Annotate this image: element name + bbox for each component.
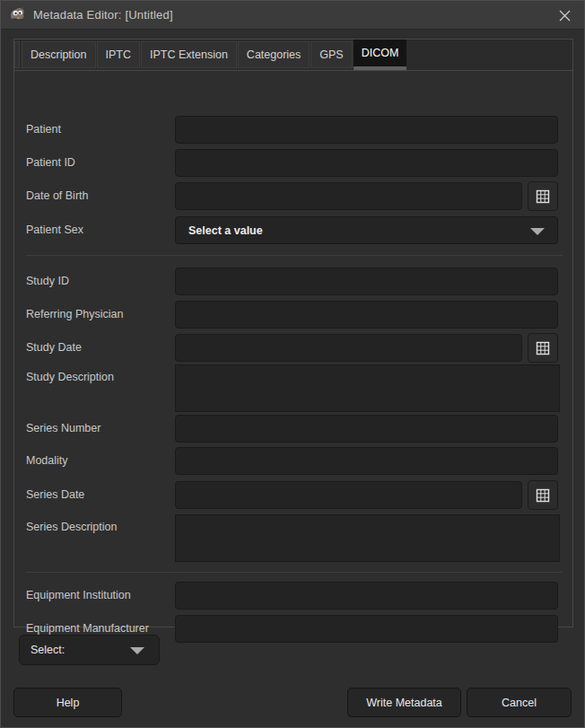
tab-label: Categories [247, 48, 301, 61]
tab-bar: Description IPTC IPTC Extension Categori… [14, 39, 572, 71]
study-date-input[interactable] [175, 334, 522, 362]
close-button[interactable] [545, 1, 584, 30]
series-date-calendar-button[interactable] [528, 480, 558, 510]
field-label: Modality [26, 447, 171, 475]
patient-sex-value: Select a value [188, 224, 263, 237]
referring-physician-input[interactable] [175, 301, 558, 329]
tab-label: DICOM [362, 47, 399, 59]
dicom-form: Patient Patient ID Date of Birth Patie [14, 71, 572, 627]
calendar-grid-icon [536, 341, 550, 355]
titlebar: Metadata Editor: [Untitled] [1, 1, 584, 30]
window-title: Metadata Editor: [Untitled] [33, 8, 173, 22]
date-of-birth-input[interactable] [175, 182, 522, 210]
modality-input[interactable] [175, 447, 558, 475]
tab-label: IPTC Extension [150, 48, 228, 61]
field-label: Referring Physician [26, 301, 171, 329]
chevron-down-icon [130, 647, 144, 654]
write-metadata-button[interactable]: Write Metadata [347, 688, 461, 717]
field-label: Series Number [26, 415, 171, 443]
field-label: Series Description [26, 514, 171, 535]
field-label: Date of Birth [26, 182, 171, 210]
close-icon [559, 10, 571, 22]
cancel-button[interactable]: Cancel [467, 688, 572, 717]
equipment-institution-input[interactable] [175, 582, 558, 610]
patient-sex-select[interactable]: Select a value [175, 216, 558, 244]
calendar-grid-icon [536, 189, 550, 204]
tab-label: IPTC [106, 48, 131, 61]
study-date-calendar-button[interactable] [528, 333, 558, 363]
metadata-editor-dialog: Metadata Editor: [Untitled] Description … [0, 0, 585, 728]
field-label: Patient [26, 116, 171, 144]
metadata-notebook: Description IPTC IPTC Extension Categori… [13, 39, 573, 627]
calendar-grid-icon [536, 488, 550, 503]
cancel-button-label: Cancel [502, 697, 537, 709]
study-id-input[interactable] [175, 268, 558, 295]
field-label: Patient ID [26, 149, 171, 177]
tab-categories[interactable]: Categories [238, 41, 310, 68]
field-label: Study ID [26, 268, 171, 295]
gimp-wilber-icon [9, 7, 26, 22]
select-dropdown[interactable]: Select: [19, 635, 160, 665]
field-label: Equipment Institution [26, 582, 171, 610]
field-label: Patient Sex [26, 216, 171, 244]
tab-description[interactable]: Description [22, 41, 96, 68]
section-separator [26, 572, 563, 573]
tab-label: Description [31, 48, 87, 61]
help-button[interactable]: Help [13, 688, 122, 717]
tab-iptc[interactable]: IPTC [97, 41, 140, 68]
field-label: Series Date [26, 481, 171, 509]
equipment-manufacturer-input[interactable] [175, 615, 558, 643]
select-dropdown-label: Select: [31, 644, 65, 656]
write-metadata-button-label: Write Metadata [366, 697, 442, 709]
section-separator [26, 255, 563, 256]
series-date-input[interactable] [175, 481, 522, 509]
tab-gps[interactable]: GPS [310, 41, 352, 68]
patient-id-input[interactable] [175, 149, 558, 177]
field-label: Study Description [26, 364, 171, 385]
tab-dicom[interactable]: DICOM [354, 39, 407, 70]
series-description-textarea[interactable] [175, 514, 560, 562]
study-description-textarea[interactable] [175, 364, 560, 412]
tab-notch [14, 41, 20, 68]
series-number-input[interactable] [175, 415, 558, 443]
tab-iptc-extension[interactable]: IPTC Extension [141, 41, 237, 68]
patient-input[interactable] [175, 116, 558, 144]
field-label: Study Date [26, 334, 171, 362]
chevron-down-icon [530, 228, 545, 235]
tab-label: GPS [319, 48, 343, 61]
date-of-birth-calendar-button[interactable] [528, 181, 558, 211]
help-button-label: Help [57, 697, 80, 709]
